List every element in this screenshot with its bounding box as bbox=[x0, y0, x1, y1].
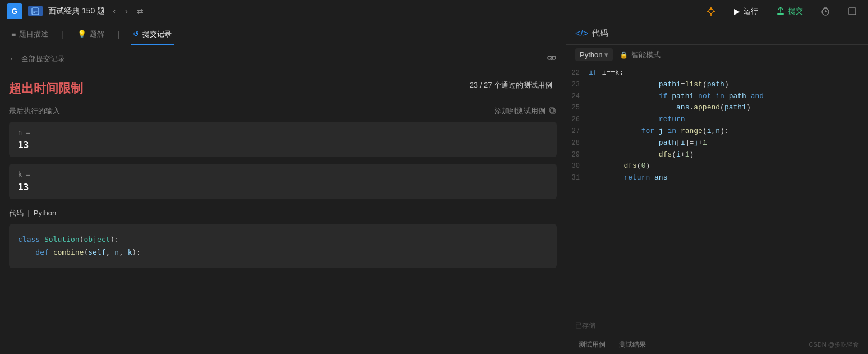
tab-sep-1: | bbox=[62, 30, 64, 39]
run-label: 运行 bbox=[744, 6, 758, 16]
code-toolbar: Python ▾ 🔒 智能模式 bbox=[566, 45, 868, 65]
code-line-22: 22 if i==k: bbox=[566, 67, 868, 79]
back-button[interactable]: ← 全部提交记录 bbox=[9, 54, 65, 64]
header-title: 面试经典 150 题 bbox=[48, 6, 105, 16]
header-nav: ‹ › ⇄ bbox=[110, 5, 146, 17]
code-line-28: 28 path[i]=j+1 bbox=[566, 137, 868, 149]
submit-label: 提交 bbox=[788, 6, 803, 16]
chevron-down-icon: ▾ bbox=[604, 50, 608, 59]
smart-mode-label: 智能模式 bbox=[631, 50, 661, 60]
code-line-26: 26 return bbox=[566, 114, 868, 126]
line-num-22: 22 bbox=[569, 68, 589, 79]
code-line-24: 24 if path1 not in path and bbox=[566, 91, 868, 103]
nav-next[interactable]: › bbox=[122, 5, 130, 17]
tab-description[interactable]: ≡ 题目描述 bbox=[9, 25, 50, 45]
submit-button[interactable]: 提交 bbox=[772, 4, 807, 19]
code-title-label: 代码 bbox=[592, 28, 608, 39]
var-k-value: 13 bbox=[18, 182, 548, 192]
description-icon: ≡ bbox=[11, 30, 16, 39]
lang-label: Python bbox=[580, 50, 602, 59]
line-num-29: 29 bbox=[569, 150, 589, 160]
sub-header: ← 全部提交记录 bbox=[0, 47, 566, 71]
fullscreen-icon bbox=[848, 7, 857, 16]
debug-button[interactable] bbox=[701, 4, 721, 19]
code-label: 代码 | Python bbox=[9, 208, 557, 218]
line-code-31: return ans bbox=[589, 172, 667, 184]
line-num-28: 28 bbox=[569, 138, 589, 149]
code-editor[interactable]: 22 if i==k: 23 path1=list(path) 24 if pa… bbox=[566, 65, 868, 316]
code-line-25: 25 ans.append(path1) bbox=[566, 102, 868, 114]
line-num-23: 23 bbox=[569, 80, 589, 90]
line-code-27: for j in range(i,n): bbox=[589, 126, 729, 137]
language-select[interactable]: Python ▾ bbox=[575, 48, 613, 61]
header-right: ▶ 运行 提交 bbox=[701, 4, 861, 19]
var-n-value: 13 bbox=[18, 140, 548, 150]
line-num-26: 26 bbox=[569, 114, 589, 125]
input-box-k: k = 13 bbox=[9, 164, 557, 199]
tab-submissions[interactable]: ↺ 提交记录 bbox=[131, 25, 174, 45]
right-panel: </> 代码 Python ▾ 🔒 智能模式 22 if i==k: 23 bbox=[566, 22, 868, 354]
svg-rect-19 bbox=[550, 108, 554, 112]
run-button[interactable]: ▶ 运行 bbox=[730, 4, 763, 19]
back-arrow-icon: ← bbox=[9, 54, 18, 64]
code-block: class Solution(object): def combine(self… bbox=[9, 224, 557, 268]
add-test-button[interactable]: 添加到测试用例 bbox=[495, 106, 557, 116]
svg-rect-14 bbox=[849, 8, 856, 15]
tab-submissions-label: 提交记录 bbox=[142, 29, 172, 39]
saved-label: 已存储 bbox=[575, 321, 595, 329]
line-code-23: path1=list(path) bbox=[589, 79, 729, 91]
code-line-29: 29 dfs(i+1) bbox=[566, 149, 868, 161]
var-k-label: k = bbox=[18, 171, 548, 178]
nav-prev[interactable]: ‹ bbox=[110, 5, 118, 17]
code-line-30: 30 dfs(0) bbox=[566, 160, 868, 172]
submissions-icon: ↺ bbox=[133, 30, 139, 38]
back-label: 全部提交记录 bbox=[21, 54, 65, 64]
solution-icon: 💡 bbox=[77, 30, 86, 38]
code-title: </> 代码 bbox=[575, 28, 608, 39]
line-code-30: dfs(0) bbox=[589, 160, 650, 172]
tab-solution[interactable]: 💡 题解 bbox=[75, 25, 107, 45]
line-num-30: 30 bbox=[569, 161, 589, 172]
code-footer: 已存储 bbox=[566, 316, 868, 335]
last-input-section: 最后执行的输入 添加到测试用例 bbox=[9, 106, 557, 116]
logo[interactable]: G bbox=[7, 3, 22, 19]
svg-rect-9 bbox=[777, 13, 784, 15]
fullscreen-button[interactable] bbox=[843, 4, 861, 18]
code-line-23: 23 path1=list(path) bbox=[566, 79, 868, 91]
code-lang-label: Python bbox=[34, 209, 56, 217]
left-panel: ≡ 题目描述 | 💡 题解 | ↺ 提交记录 ← 全部提交记录 bbox=[0, 22, 566, 354]
share-link-icon bbox=[547, 53, 557, 63]
code-header: </> 代码 bbox=[566, 22, 868, 45]
nav-shuffle[interactable]: ⇄ bbox=[135, 6, 146, 17]
lock-icon: 🔒 bbox=[620, 51, 628, 59]
watermark: CSDN @多吃轻食 bbox=[809, 341, 859, 349]
header: G 面试经典 150 题 ‹ › ⇄ ▶ 运行 提交 bbox=[0, 0, 868, 22]
line-code-25: ans.append(path1) bbox=[589, 102, 751, 114]
run-icon: ▶ bbox=[734, 7, 740, 16]
input-box-n: n = 13 bbox=[9, 122, 557, 157]
link-icon[interactable] bbox=[547, 53, 557, 65]
test-result-tab[interactable]: 测试结果 bbox=[616, 339, 649, 351]
tab-sep-2: | bbox=[118, 30, 120, 39]
main: ≡ 题目描述 | 💡 题解 | ↺ 提交记录 ← 全部提交记录 bbox=[0, 22, 868, 354]
test-tabs-row: 测试用例 测试结果 CSDN @多吃轻食 bbox=[566, 335, 868, 354]
tabs: ≡ 题目描述 | 💡 题解 | ↺ 提交记录 bbox=[0, 22, 566, 47]
line-num-24: 24 bbox=[569, 91, 589, 102]
line-code-22: if i==k: bbox=[589, 67, 624, 79]
svg-rect-18 bbox=[551, 109, 555, 113]
svg-point-4 bbox=[709, 9, 713, 13]
add-test-label: 添加到测试用例 bbox=[495, 106, 546, 116]
line-num-27: 27 bbox=[569, 126, 589, 137]
upload-icon bbox=[776, 7, 785, 16]
line-code-28: path[i]=j+1 bbox=[589, 137, 707, 149]
timer-icon bbox=[821, 7, 830, 16]
tab-solution-label: 题解 bbox=[90, 29, 104, 39]
line-code-26: return bbox=[589, 114, 685, 126]
timer-button[interactable] bbox=[816, 4, 834, 18]
code-line-2: def combine(self, n, k): bbox=[18, 246, 548, 259]
test-case-tab[interactable]: 测试用例 bbox=[575, 339, 609, 351]
smart-mode-toggle[interactable]: 🔒 智能模式 bbox=[620, 50, 661, 60]
content-area: 超出时间限制 23 / 27 个通过的测试用例 最后执行的输入 添加到测试用例 … bbox=[0, 71, 566, 354]
problem-icon bbox=[28, 6, 43, 16]
code-icon: </> bbox=[575, 29, 588, 39]
